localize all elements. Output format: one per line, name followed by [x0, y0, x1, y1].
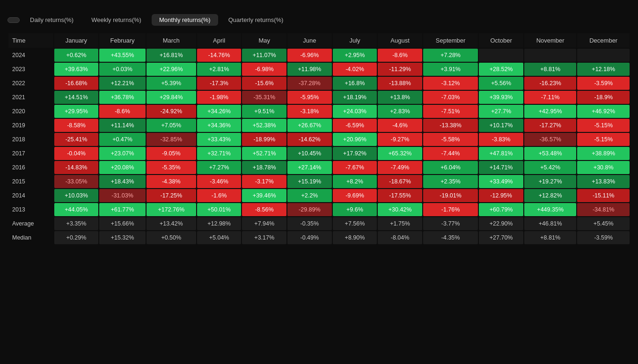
value-cell: +50.01% — [197, 203, 242, 216]
median-label: Median — [8, 231, 53, 244]
value-cell: +10.03% — [54, 189, 99, 202]
value-cell: -5.15% — [577, 119, 630, 132]
value-cell: +52.38% — [242, 119, 286, 132]
value-cell: -4.6% — [378, 119, 422, 132]
value-cell: -32.85% — [147, 133, 196, 146]
year-cell: 2022 — [8, 77, 53, 90]
table-row: 2018-25.41%+0.47%-32.85%+33.43%-18.99%-1… — [8, 133, 630, 146]
table-row: 2014+10.03%-31.03%-17.25%-1.6%+39.46%+2.… — [8, 189, 630, 202]
value-cell: +28.52% — [479, 63, 523, 76]
value-cell: -17.25% — [147, 189, 196, 202]
value-cell: +14.51% — [54, 91, 99, 104]
median-value-cell: +8.90% — [333, 231, 377, 244]
value-cell: -1.76% — [423, 203, 478, 216]
btc-selector[interactable] — [7, 17, 20, 23]
value-cell: -4.38% — [147, 175, 196, 188]
value-cell: -3.12% — [423, 77, 478, 90]
median-value-cell: +15.32% — [99, 231, 145, 244]
value-cell: -7.03% — [423, 91, 478, 104]
value-cell: +11.98% — [287, 63, 332, 76]
value-cell: -3.18% — [287, 105, 332, 118]
table-row: 2024+0.62%+43.55%+16.81%-14.76%+11.07%-6… — [8, 49, 630, 62]
value-cell: +52.71% — [242, 147, 286, 160]
value-cell: +16.8% — [333, 77, 377, 90]
tab-daily[interactable]: Daily returns(%) — [22, 14, 81, 26]
value-cell: -7.51% — [423, 105, 478, 118]
table-row: 2016-14.83%+20.08%-5.35%+7.27%+18.78%+27… — [8, 161, 630, 174]
value-cell: +29.84% — [147, 91, 196, 104]
value-cell: -7.67% — [333, 161, 377, 174]
value-cell: -9.69% — [333, 189, 377, 202]
value-cell: +43.55% — [99, 49, 145, 62]
value-cell: -0.04% — [54, 147, 99, 160]
value-cell: -9.27% — [378, 133, 422, 146]
value-cell: +14.71% — [479, 161, 523, 174]
value-cell: -5.95% — [287, 91, 332, 104]
value-cell: +2.2% — [287, 189, 332, 202]
tab-quarterly[interactable]: Quarterly returns(%) — [221, 14, 291, 26]
value-cell: -7.11% — [524, 91, 576, 104]
value-cell: -33.05% — [54, 175, 99, 188]
value-cell: +0.03% — [99, 63, 145, 76]
value-cell: -29.89% — [287, 203, 332, 216]
value-cell: -14.83% — [54, 161, 99, 174]
avg-value-cell: +7.56% — [333, 217, 377, 230]
value-cell: +5.42% — [524, 161, 576, 174]
col-header-october: October — [479, 33, 523, 48]
value-cell: +19.27% — [524, 175, 576, 188]
value-cell: +53.48% — [524, 147, 576, 160]
value-cell: +47.81% — [479, 147, 523, 160]
value-cell: +17.92% — [333, 147, 377, 160]
value-cell: -5.35% — [147, 161, 196, 174]
year-cell: 2019 — [8, 119, 53, 132]
value-cell: -13.38% — [423, 119, 478, 132]
value-cell: +449.35% — [524, 203, 576, 216]
year-cell: 2023 — [8, 63, 53, 76]
value-cell: +9.51% — [242, 105, 286, 118]
tab-weekly[interactable]: Weekly returns(%) — [84, 14, 149, 26]
value-cell: -13.88% — [378, 77, 422, 90]
tab-monthly[interactable]: Monthly returns(%) — [152, 14, 218, 26]
median-value-cell: +3.17% — [242, 231, 286, 244]
value-cell: -8.56% — [242, 203, 286, 216]
value-cell: +18.19% — [333, 91, 377, 104]
value-cell: +7.05% — [147, 119, 196, 132]
value-cell: +9.6% — [333, 203, 377, 216]
tab-bar: Daily returns(%) Weekly returns(%) Month… — [7, 14, 631, 26]
value-cell: +2.95% — [333, 49, 377, 62]
value-cell: -18.67% — [378, 175, 422, 188]
col-header-february: February — [99, 33, 145, 48]
value-cell: +2.35% — [423, 175, 478, 188]
value-cell: -17.27% — [524, 119, 576, 132]
median-value-cell: -3.59% — [577, 231, 630, 244]
value-cell: -15.11% — [577, 189, 630, 202]
avg-value-cell: +22.90% — [479, 217, 523, 230]
col-header-november: November — [524, 33, 576, 48]
value-cell: +11.14% — [99, 119, 145, 132]
value-cell: +65.32% — [378, 147, 422, 160]
col-header-time: Time — [8, 33, 53, 48]
value-cell: +18.43% — [99, 175, 145, 188]
value-cell: -3.17% — [242, 175, 286, 188]
value-cell: -17.55% — [378, 189, 422, 202]
value-cell: +42.95% — [524, 105, 576, 118]
value-cell: +60.79% — [479, 203, 523, 216]
value-cell: +39.46% — [242, 189, 286, 202]
value-cell: +8.2% — [333, 175, 377, 188]
year-cell: 2013 — [8, 203, 53, 216]
value-cell: -5.15% — [577, 133, 630, 146]
col-header-september: September — [423, 33, 478, 48]
value-cell: -7.44% — [423, 147, 478, 160]
median-row: Median+0.29%+15.32%+0.50%+5.04%+3.17%-0.… — [8, 231, 630, 244]
table-row: 2013+44.05%+61.77%+172.76%+50.01%-8.56%-… — [8, 203, 630, 216]
value-cell: +10.45% — [287, 147, 332, 160]
avg-value-cell: +1.75% — [378, 217, 422, 230]
avg-value-cell: +13.42% — [147, 217, 196, 230]
avg-value-cell: +7.94% — [242, 217, 286, 230]
value-cell: -17.3% — [197, 77, 242, 90]
col-header-august: August — [378, 33, 422, 48]
value-cell: +33.49% — [479, 175, 523, 188]
median-value-cell: +0.50% — [147, 231, 196, 244]
avg-value-cell: -3.77% — [423, 217, 478, 230]
value-cell: -8.6% — [99, 105, 145, 118]
